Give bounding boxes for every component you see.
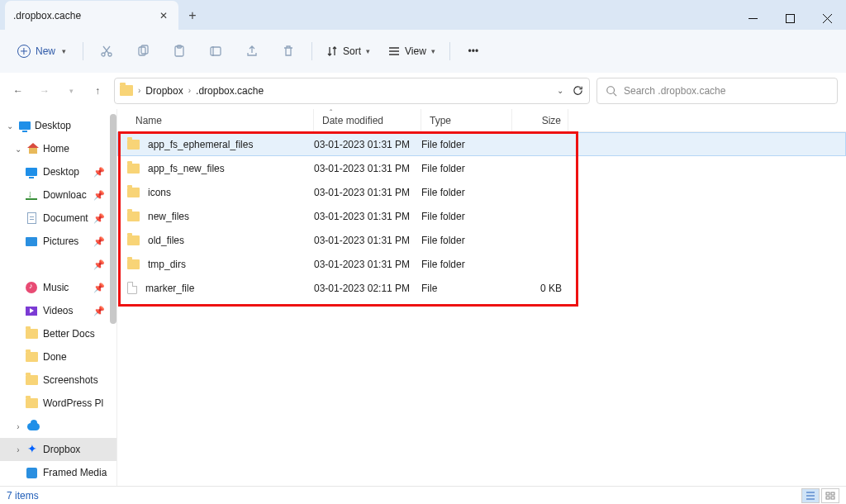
column-headers: ˆ Name Date modified Type Size xyxy=(117,109,846,132)
sidebar: ⌄Desktop⌄HomeDesktop📌Downloac📌Document📌P… xyxy=(0,109,117,486)
sidebar-item-label: Document xyxy=(43,212,88,224)
file-row[interactable]: app_fs_new_files03-01-2023 01:31 PMFile … xyxy=(117,156,846,180)
sidebar-item[interactable]: Pictures📌 xyxy=(0,230,116,253)
maximize-button[interactable] xyxy=(772,7,809,30)
back-button[interactable]: ← xyxy=(8,79,28,102)
file-date: 03-01-2023 01:31 PM xyxy=(314,211,410,222)
sort-button[interactable]: Sort ▾ xyxy=(320,41,377,61)
svg-rect-11 xyxy=(831,492,834,495)
file-date: 03-01-2023 01:31 PM xyxy=(314,163,410,174)
file-row[interactable]: old_files03-01-2023 01:31 PMFile folder xyxy=(117,228,846,252)
sidebar-item[interactable]: WordPress Pl xyxy=(0,392,116,415)
recent-dropdown[interactable]: ▾ xyxy=(61,79,81,102)
blank-icon xyxy=(25,258,38,271)
more-button[interactable]: ••• xyxy=(458,37,489,65)
column-header-name[interactable]: Name xyxy=(127,109,314,131)
view-button[interactable]: View ▾ xyxy=(382,41,442,61)
status-text: 7 items xyxy=(7,490,39,502)
chevron-down-icon: ▾ xyxy=(431,47,435,55)
share-icon[interactable] xyxy=(236,37,268,65)
svg-rect-13 xyxy=(831,497,834,499)
folder-icon xyxy=(127,188,140,197)
monitor-icon xyxy=(25,165,38,178)
cloud-icon xyxy=(26,420,40,433)
sidebar-item[interactable]: Done xyxy=(0,345,116,368)
sidebar-item-label: Desktop xyxy=(43,166,79,178)
details-view-toggle[interactable] xyxy=(801,488,820,503)
sidebar-item[interactable]: ›Dropbox xyxy=(0,438,116,461)
file-row[interactable]: new_files03-01-2023 01:31 PMFile folder xyxy=(117,204,846,228)
close-tab-icon[interactable]: ✕ xyxy=(157,10,170,21)
chevron-down-icon: ⌄ xyxy=(13,145,23,154)
video-icon xyxy=(25,304,38,317)
sidebar-item[interactable]: Videos📌 xyxy=(0,299,116,322)
address-bar[interactable]: › Dropbox › .dropbox.cache ⌄ xyxy=(114,78,590,104)
file-type: File folder xyxy=(421,211,465,222)
close-window-button[interactable] xyxy=(809,7,846,30)
file-row[interactable]: icons03-01-2023 01:31 PMFile folder xyxy=(117,180,846,204)
copy-icon[interactable] xyxy=(127,37,159,65)
chevron-right-icon: › xyxy=(13,422,23,431)
sidebar-item[interactable]: Downloac📌 xyxy=(0,183,116,207)
sidebar-item-label: Videos xyxy=(43,305,73,316)
sidebar-item[interactable]: ⌄Home xyxy=(0,137,116,160)
cut-icon[interactable] xyxy=(91,37,122,65)
file-date: 03-01-2023 02:11 PM xyxy=(314,283,410,294)
new-tab-button[interactable]: + xyxy=(178,2,207,30)
framed-icon xyxy=(25,466,38,479)
sidebar-item[interactable]: Better Docs xyxy=(0,322,116,345)
window-controls xyxy=(734,7,846,30)
file-name: app_fs_ephemeral_files xyxy=(148,139,253,150)
file-date: 03-01-2023 01:31 PM xyxy=(314,235,410,246)
separator xyxy=(83,42,83,60)
pin-icon: 📌 xyxy=(93,236,105,247)
separator xyxy=(449,42,450,60)
file-icon xyxy=(127,282,137,294)
sidebar-item-label: Done xyxy=(43,351,67,363)
new-button[interactable]: New ▾ xyxy=(8,40,75,63)
refresh-icon[interactable] xyxy=(572,84,584,97)
column-header-type[interactable]: Type xyxy=(421,109,512,131)
sidebar-item[interactable]: 📌 xyxy=(0,253,116,276)
breadcrumb-segment[interactable]: Dropbox xyxy=(145,85,183,97)
sidebar-item[interactable]: › xyxy=(0,415,116,438)
sort-icon xyxy=(326,45,338,57)
file-type: File folder xyxy=(421,139,465,150)
dropbox-icon xyxy=(26,443,40,456)
tab-current[interactable]: .dropbox.cache ✕ xyxy=(5,1,178,30)
folder-icon xyxy=(127,212,140,221)
chevron-down-icon: ▾ xyxy=(62,47,66,55)
breadcrumb-segment[interactable]: .dropbox.cache xyxy=(196,85,264,97)
folder-icon xyxy=(25,350,38,364)
folder-icon xyxy=(120,85,133,96)
sidebar-item[interactable]: Screenshots xyxy=(0,368,116,392)
scrollbar[interactable] xyxy=(110,114,116,324)
sidebar-item-label: WordPress Pl xyxy=(43,397,103,409)
paste-icon[interactable] xyxy=(164,37,195,65)
sidebar-item[interactable]: Desktop📌 xyxy=(0,160,116,183)
minimize-button[interactable] xyxy=(734,7,772,30)
file-row[interactable]: tmp_dirs03-01-2023 01:31 PMFile folder xyxy=(117,252,846,276)
sidebar-item-label: Downloac xyxy=(43,189,87,201)
sidebar-item[interactable]: ⌄Desktop xyxy=(0,114,116,137)
delete-icon[interactable] xyxy=(273,37,304,65)
file-row[interactable]: app_fs_ephemeral_files03-01-2023 01:31 P… xyxy=(117,132,846,156)
file-row[interactable]: marker_file03-01-2023 02:11 PMFile0 KB xyxy=(117,276,846,300)
search-input[interactable]: Search .dropbox.cache xyxy=(596,78,838,104)
sidebar-item[interactable]: Framed Media xyxy=(0,461,116,484)
sort-label: Sort xyxy=(343,45,361,57)
chevron-down-icon[interactable]: ⌄ xyxy=(557,86,563,95)
sidebar-item[interactable]: Music📌 xyxy=(0,276,116,299)
sidebar-item-label: Framed Media xyxy=(43,467,107,478)
file-type: File folder xyxy=(421,187,465,198)
rename-icon[interactable] xyxy=(200,37,231,65)
svg-rect-0 xyxy=(749,18,758,19)
search-icon xyxy=(606,85,617,97)
home-icon xyxy=(26,142,40,155)
icons-view-toggle[interactable] xyxy=(821,488,839,503)
forward-button[interactable]: → xyxy=(35,79,55,102)
sidebar-item[interactable]: Document📌 xyxy=(0,207,116,230)
column-header-size[interactable]: Size xyxy=(512,109,568,131)
pin-icon: 📌 xyxy=(93,213,105,224)
up-button[interactable]: ↑ xyxy=(88,79,107,102)
